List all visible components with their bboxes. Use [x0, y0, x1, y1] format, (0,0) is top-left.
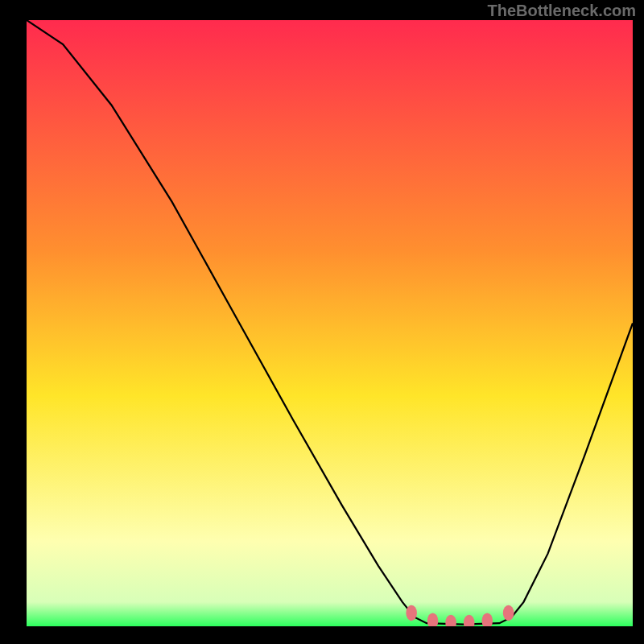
chart-background — [27, 20, 633, 626]
highlight-dot — [406, 605, 417, 621]
chart-area — [27, 20, 633, 626]
highlight-dot — [503, 605, 514, 621]
chart-svg — [27, 20, 633, 626]
watermark-text: TheBottleneck.com — [488, 2, 636, 20]
